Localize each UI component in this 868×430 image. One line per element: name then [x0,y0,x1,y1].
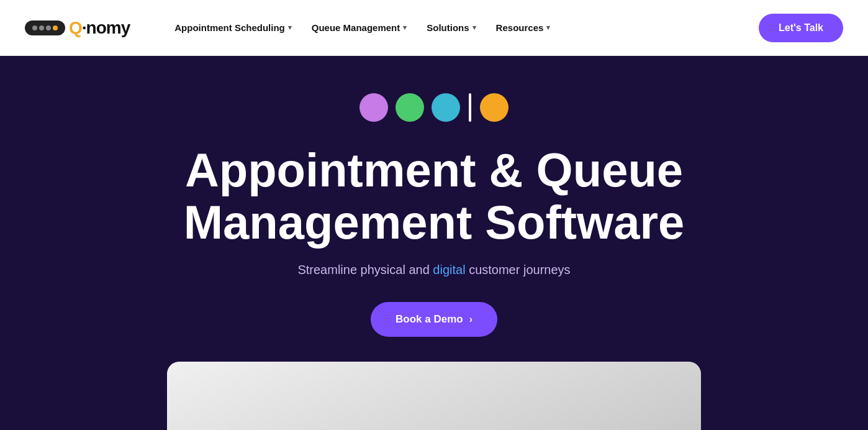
book-demo-label: Book a Demo [396,313,463,326]
logo-dot-4 [53,25,58,30]
hero-dot-purple [359,93,388,122]
logo[interactable]: Q·nomy [25,18,130,38]
logo-dot-2 [39,25,44,30]
chevron-down-icon-appointment: ▾ [288,24,292,32]
chevron-down-icon-queue: ▾ [403,24,407,32]
nav-label-solutions: Solutions [427,22,469,33]
hero-divider [469,93,471,122]
lets-talk-button[interactable]: Let's Talk [759,14,843,42]
logo-dot-1 [32,25,37,30]
navbar-left: Q·nomy Appointment Scheduling ▾ Queue Ma… [25,17,558,38]
logo-icon [25,21,65,35]
hero-title-line2: Management Software [184,196,685,249]
hero-dot-teal [432,93,460,122]
nav-item-resources[interactable]: Resources ▾ [489,17,558,38]
chevron-down-icon-resources: ▾ [546,24,550,32]
book-demo-button[interactable]: Book a Demo › [371,302,497,337]
nav-label-appointment-scheduling: Appointment Scheduling [174,22,285,33]
navbar: Q·nomy Appointment Scheduling ▾ Queue Ma… [0,0,868,56]
hero-section: Appointment & Queue Management Software … [0,56,868,430]
chevron-down-icon-solutions: ▾ [472,24,476,32]
arrow-right-icon: › [469,314,472,325]
nav-label-queue-management: Queue Management [312,22,400,33]
nav-item-solutions[interactable]: Solutions ▾ [419,17,483,38]
navbar-right: Let's Talk [759,14,843,42]
nav-item-appointment-scheduling[interactable]: Appointment Scheduling ▾ [167,17,299,38]
hero-preview-card [167,362,701,430]
hero-subtitle-highlight: digital [433,263,465,277]
hero-title-line1: Appointment & Queue [185,144,683,196]
hero-dot-green [396,93,424,122]
hero-dot-orange [480,93,509,122]
logo-text: Q·nomy [69,18,130,38]
hero-title: Appointment & Queue Management Software [184,144,685,248]
hero-dots [359,93,509,122]
nav-item-queue-management[interactable]: Queue Management ▾ [304,17,415,38]
logo-dot-3 [46,25,51,30]
navbar-nav: Appointment Scheduling ▾ Queue Managemen… [167,17,558,38]
hero-subtitle: Streamline physical and digital customer… [297,263,570,277]
nav-label-resources: Resources [496,22,544,33]
